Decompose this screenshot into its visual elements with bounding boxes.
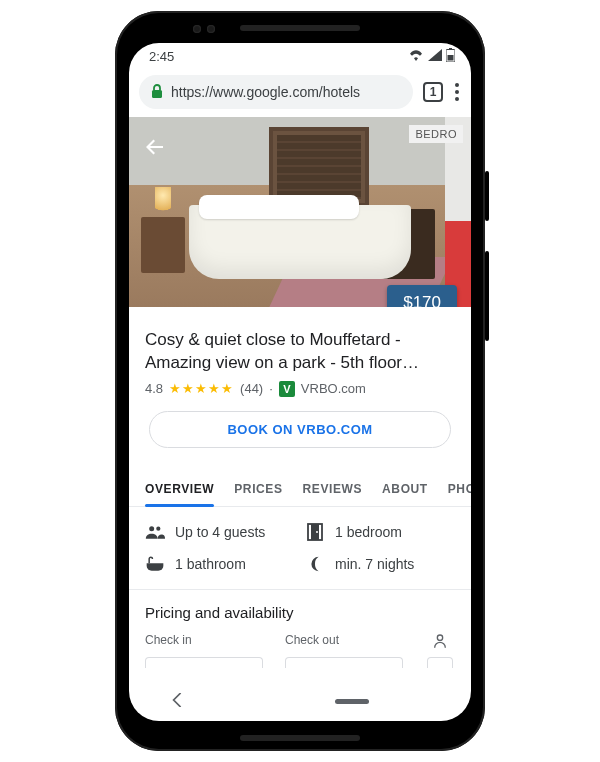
checkout-field[interactable]: Check out <box>285 633 409 668</box>
battery-icon <box>446 48 455 65</box>
pricing-heading: Pricing and availability <box>129 590 471 627</box>
svg-rect-1 <box>449 48 452 50</box>
checkin-label: Check in <box>145 633 192 647</box>
vrbo-icon: V <box>279 381 295 397</box>
tab-photos[interactable]: PHOTOS <box>448 470 471 506</box>
tab-overview[interactable]: OVERVIEW <box>145 470 214 506</box>
bath-icon <box>145 556 165 572</box>
svg-point-5 <box>156 526 160 530</box>
amen-guests: Up to 4 guests <box>145 523 295 541</box>
person-icon <box>432 633 448 652</box>
svg-rect-3 <box>152 90 162 98</box>
power-button <box>485 171 489 221</box>
clock: 2:45 <box>149 49 174 64</box>
date-pickers: Check in Check out <box>129 627 471 668</box>
page-content[interactable]: BEDRO $170 Cosy & quiet close to Mouffet… <box>129 117 471 681</box>
svg-point-8 <box>316 531 318 533</box>
url-text: https://www.google.com/hotels <box>171 84 360 100</box>
tabs-button[interactable]: 1 <box>423 82 443 102</box>
star-icon: ★★★★★ <box>169 381 234 396</box>
amen-bath: 1 bathroom <box>145 555 295 573</box>
tab-about[interactable]: ABOUT <box>382 470 428 506</box>
amen-bedroom: 1 bedroom <box>305 523 455 541</box>
review-count: (44) <box>240 381 263 396</box>
amen-min-nights: min. 7 nights <box>305 555 455 573</box>
camera-dot <box>193 25 201 33</box>
volume-button <box>485 251 489 341</box>
tab-reviews[interactable]: REVIEWS <box>303 470 363 506</box>
camera-dot <box>207 25 215 33</box>
status-bar: 2:45 <box>129 43 471 69</box>
browser-toolbar: https://www.google.com/hotels 1 <box>129 69 471 117</box>
svg-point-9 <box>437 635 442 640</box>
back-button[interactable] <box>143 135 167 163</box>
overflow-menu-icon[interactable] <box>453 83 461 101</box>
lock-icon <box>151 84 163 101</box>
tab-prices[interactable]: PRICES <box>234 470 282 506</box>
room-photo <box>129 117 471 307</box>
rating-value: 4.8 <box>145 381 163 396</box>
people-icon <box>145 525 165 539</box>
wifi-icon <box>408 49 424 64</box>
android-navbar <box>129 681 471 721</box>
svg-rect-2 <box>448 55 454 61</box>
signal-icon <box>428 49 442 64</box>
phone-frame: 2:45 https://www.google.com/hotels <box>115 11 485 751</box>
amenities: Up to 4 guests 1 bedroom 1 bathroom <box>129 507 471 589</box>
separator: · <box>269 381 273 396</box>
listing-title: Cosy & quiet close to Mouffetard - Amazi… <box>145 329 455 375</box>
door-icon <box>305 523 325 541</box>
tab-count: 1 <box>430 85 437 99</box>
moon-icon <box>305 555 325 573</box>
detail-tabs: OVERVIEW PRICES REVIEWS ABOUT PHOTOS <box>129 470 471 507</box>
rating-row: 4.8 ★★★★★ (44) · V VRBO.com <box>145 381 455 397</box>
nav-back-icon[interactable] <box>171 691 185 712</box>
amen-guests-label: Up to 4 guests <box>175 524 265 540</box>
book-button[interactable]: BOOK ON VRBO.COM <box>149 411 451 448</box>
photo-label: BEDRO <box>409 125 463 143</box>
source-site: VRBO.com <box>301 381 366 396</box>
amen-min-label: min. 7 nights <box>335 556 414 572</box>
checkin-field[interactable]: Check in <box>145 633 269 668</box>
price-badge: $170 <box>387 285 457 307</box>
amen-bath-label: 1 bathroom <box>175 556 246 572</box>
amen-bedroom-label: 1 bedroom <box>335 524 402 540</box>
screen: 2:45 https://www.google.com/hotels <box>129 43 471 721</box>
svg-point-4 <box>149 526 154 531</box>
address-bar[interactable]: https://www.google.com/hotels <box>139 75 413 109</box>
hero-image[interactable]: BEDRO $170 <box>129 117 471 307</box>
checkout-label: Check out <box>285 633 339 647</box>
guests-field[interactable] <box>425 633 455 668</box>
listing-meta: Cosy & quiet close to Mouffetard - Amazi… <box>129 307 471 464</box>
nav-home-pill[interactable] <box>335 699 369 704</box>
